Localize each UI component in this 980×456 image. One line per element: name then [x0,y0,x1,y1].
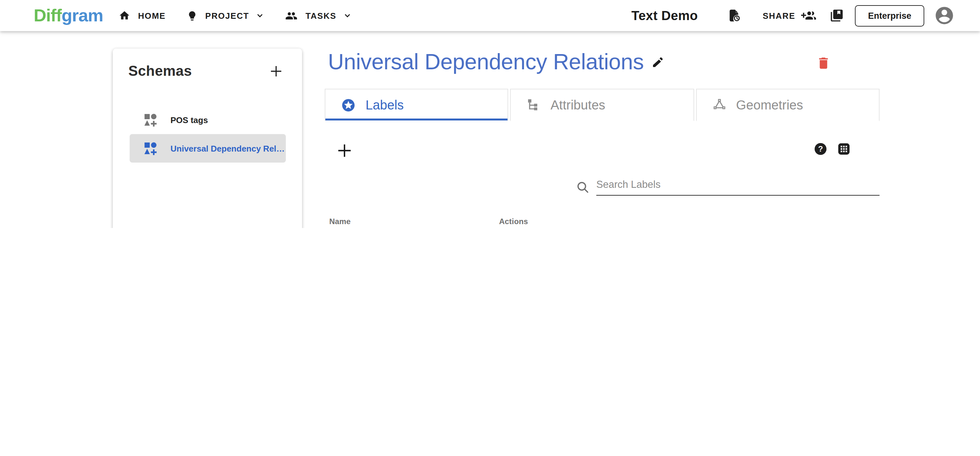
edit-title-icon[interactable] [652,56,665,68]
schema-list: POS tags Universal Dependency Rela… [113,106,302,162]
logo-part-diff: Diff [34,5,62,25]
tab-attributes[interactable]: Attributes [511,89,694,121]
search-icon [576,180,590,194]
nav-tasks-label: TASKS [305,11,336,21]
diffgram-logo[interactable]: Diffgram [34,5,103,25]
tab-label: Labels [366,97,404,112]
column-header-actions: Actions [499,217,528,226]
page-title: Universal Dependency Relations [328,49,644,75]
logo-part-gram: gram [62,5,103,25]
schema-item-label: Universal Dependency Rela… [170,143,286,153]
chevron-down-icon [256,11,265,20]
tab-label: Geometries [736,97,803,112]
file-clock-icon[interactable] [727,8,741,23]
chevron-down-icon [343,11,352,20]
top-navbar: Diffgram HOME PROJECT TASKS Text Demo [0,0,980,31]
person-add-icon [801,8,816,23]
account-avatar-icon[interactable] [934,5,955,26]
nav-item-project[interactable]: PROJECT [186,10,264,21]
labels-table: Name Actions nmod nsubj [325,213,880,228]
schemas-panel: Schemas POS tags Universal Dependenc [113,49,302,228]
schemas-header: Schemas [113,49,302,79]
search-box [596,179,880,195]
help-icon[interactable]: ? [813,142,828,156]
star-circle-icon [341,97,356,112]
schema-list-item[interactable]: Universal Dependency Rela… [130,134,286,162]
search-row [576,179,880,195]
shapes-icon [143,112,158,128]
tab-geometries[interactable]: Geometries [696,89,880,121]
schema-title-row: Universal Dependency Relations [328,49,665,75]
add-label-button[interactable] [336,142,353,159]
lightbulb-icon [186,10,197,21]
delete-schema-icon[interactable] [816,56,831,71]
docs-book-icon[interactable] [830,8,844,23]
enterprise-button[interactable]: Enterprise [855,5,924,26]
nav-project-label: PROJECT [205,11,249,21]
shapes-icon [143,141,158,156]
schema-item-label: POS tags [170,115,208,125]
people-icon [285,10,298,22]
schema-list-item[interactable]: POS tags [130,106,286,134]
search-labels-input[interactable] [596,179,880,191]
add-schema-button[interactable] [268,64,284,79]
tree-icon [527,98,541,112]
grid-view-icon[interactable] [837,142,851,156]
navbar-right: Text Demo SHARE Enterprise [631,5,955,26]
schema-tabs: Labels Attributes Geometries [325,89,880,121]
share-button[interactable]: SHARE [762,8,816,23]
column-header-name: Name [329,217,499,226]
schemas-title: Schemas [128,63,192,79]
diffgram-app: Diffgram HOME PROJECT TASKS Text Demo [0,0,980,228]
share-label: SHARE [762,11,795,21]
home-icon [119,10,130,21]
svg-text:?: ? [818,145,823,153]
nav-item-tasks[interactable]: TASKS [285,10,352,22]
vector-triangle-icon [712,98,726,112]
nav-menu: HOME PROJECT TASKS [119,10,352,22]
nav-home-label: HOME [138,11,165,21]
tab-label: Attributes [550,97,605,112]
project-title: Text Demo [631,8,698,23]
nav-item-home[interactable]: HOME [119,10,165,21]
tab-labels[interactable]: Labels [325,89,509,121]
table-header: Name Actions [325,213,880,228]
